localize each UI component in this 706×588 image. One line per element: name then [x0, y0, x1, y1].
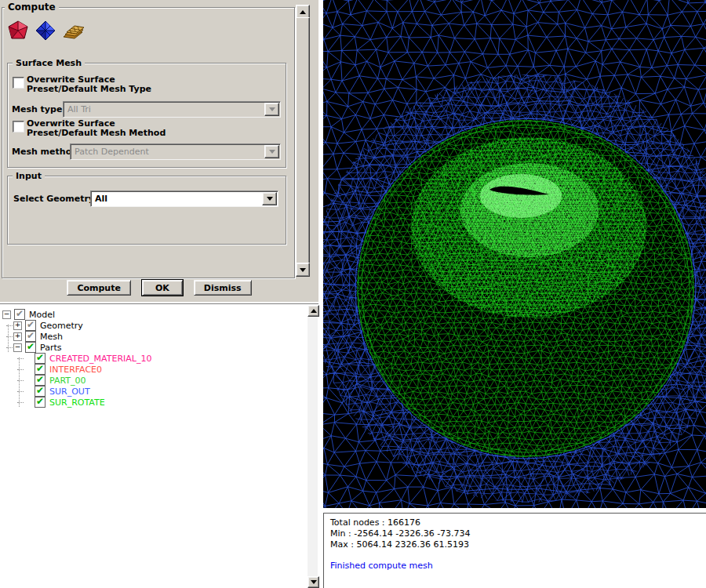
tree-scrollbar[interactable]: [308, 305, 318, 588]
collapse-icon[interactable]: −: [2, 310, 11, 319]
overwrite-mesh-method-checkbox[interactable]: [13, 121, 24, 132]
chevron-down-icon: [269, 150, 275, 154]
collapse-icon[interactable]: −: [13, 343, 22, 352]
prism-layer-mesh-icon[interactable]: [61, 19, 85, 42]
scrollbar-thumb[interactable]: [296, 17, 310, 266]
icem-window: Compute: [0, 0, 706, 588]
select-geometry-combo[interactable]: All: [90, 191, 278, 207]
tree-label[interactable]: SUR_OUT: [49, 387, 90, 397]
dismiss-button[interactable]: Dismiss: [194, 280, 252, 296]
tree-connector: [17, 402, 24, 403]
check-icon: ✔: [36, 365, 44, 372]
surface-mesh-group-title: Surface Mesh: [13, 58, 85, 68]
tree-checkbox[interactable]: ✔: [25, 331, 36, 342]
tree-checkbox[interactable]: ✔: [25, 342, 36, 353]
tree-item-created_material_10[interactable]: ✔CREATED_MATERIAL_10: [2, 353, 306, 364]
tree-label[interactable]: PART_00: [49, 376, 86, 386]
input-group-title: Input: [13, 171, 45, 181]
check-icon: ✔: [36, 354, 44, 361]
check-icon: ✔: [27, 343, 35, 350]
tree-label[interactable]: Model: [29, 310, 55, 320]
tree-connector: [17, 380, 24, 381]
tree-label[interactable]: SUR_ROTATE: [49, 397, 105, 408]
check-icon: ✔: [27, 321, 35, 328]
tree-connector: [17, 391, 24, 392]
model-tree-panel: −✔Model+✔Geometry+✔Mesh−✔Parts✔CREATED_M…: [0, 303, 318, 588]
check-icon: ✔: [16, 310, 24, 318]
expand-icon[interactable]: +: [13, 321, 22, 330]
mesh-type-combo: All Tri: [63, 101, 281, 118]
triangle-up-icon: [311, 309, 317, 313]
tree-item-interface0[interactable]: ✔INTERFACE0: [2, 364, 306, 375]
log-status: Finished compute mesh: [330, 561, 706, 572]
expand-icon[interactable]: +: [13, 332, 22, 341]
mesh-type-value: All Tri: [67, 104, 91, 114]
triangle-up-icon: [300, 10, 306, 14]
overwrite-mesh-type-checkbox[interactable]: [13, 77, 24, 89]
tetra-volume-mesh-icon[interactable]: [34, 19, 57, 42]
compute-panel-scrollbar[interactable]: [296, 5, 308, 277]
tree-connector: [6, 325, 13, 326]
surface-mesh-group: Surface Mesh Overwrite Surface Preset/De…: [7, 63, 286, 168]
chevron-down-icon: [267, 197, 273, 201]
mesh-method-combo: Patch Dependent: [70, 143, 281, 160]
overwrite-mesh-type-label: Overwrite Surface Preset/Default Mesh Ty…: [27, 75, 151, 94]
tree-checkbox[interactable]: ✔: [35, 353, 45, 364]
mesh-type-combo-arrow: [264, 103, 279, 116]
tree-connector: [6, 336, 13, 337]
tree-checkbox[interactable]: ✔: [35, 386, 45, 397]
tree-item-mesh[interactable]: +✔Mesh: [2, 331, 306, 342]
scroll-down-button[interactable]: [308, 576, 319, 588]
tree-item-model[interactable]: −✔Model: [2, 309, 306, 320]
tree-item-parts[interactable]: −✔Parts: [2, 342, 306, 353]
overwrite-mesh-method-line2: Preset/Default Mesh Method: [27, 128, 166, 138]
check-icon: ✔: [36, 376, 44, 383]
tree-label[interactable]: Geometry: [40, 321, 83, 331]
log-line: Min : -2564.14 -2326.36 -73.734: [330, 528, 706, 539]
tree-connector: [17, 358, 24, 359]
compute-button[interactable]: Compute: [67, 280, 131, 296]
tree-label[interactable]: Parts: [40, 343, 61, 353]
compute-panel: Compute: [0, 0, 318, 302]
select-geometry-value: All: [95, 194, 107, 204]
compute-panel-title: Compute: [5, 2, 59, 13]
tree-checkbox[interactable]: ✔: [25, 320, 36, 331]
model-tree: −✔Model+✔Geometry+✔Mesh−✔Parts✔CREATED_M…: [2, 309, 306, 408]
compute-button-row: Compute OK Dismiss: [0, 280, 318, 296]
scroll-up-button[interactable]: [308, 305, 319, 317]
tree-item-part_00[interactable]: ✔PART_00: [2, 375, 306, 386]
tree-checkbox[interactable]: ✔: [14, 309, 25, 320]
mesh-method-combo-arrow: [264, 145, 279, 158]
tree-item-geometry[interactable]: +✔Geometry: [2, 320, 306, 331]
log-line: Max : 5064.14 2326.36 61.5193: [330, 539, 706, 550]
overwrite-mesh-type-line2: Preset/Default Mesh Type: [27, 84, 151, 94]
tree-checkbox[interactable]: ✔: [35, 397, 45, 408]
ok-button[interactable]: OK: [142, 280, 183, 296]
mesh-type-label: Mesh type: [12, 104, 62, 114]
message-log: Total nodes : 166176Min : -2564.14 -2326…: [323, 513, 706, 588]
tree-label[interactable]: CREATED_MATERIAL_10: [49, 354, 151, 364]
select-geometry-combo-arrow[interactable]: [262, 192, 277, 205]
overwrite-mesh-method-label: Overwrite Surface Preset/Default Mesh Me…: [27, 119, 166, 138]
check-icon: ✔: [36, 387, 44, 394]
scroll-down-button[interactable]: [296, 263, 310, 277]
tree-item-sur_out[interactable]: ✔SUR_OUT: [2, 386, 306, 397]
tree-checkbox[interactable]: ✔: [35, 364, 45, 375]
tree-connector: [17, 369, 24, 370]
check-icon: ✔: [27, 332, 35, 339]
tri-surface-mesh-icon[interactable]: [6, 19, 30, 42]
tree-label[interactable]: INTERFACE0: [49, 365, 102, 375]
triangle-down-icon: [311, 580, 317, 584]
chevron-down-icon: [269, 107, 275, 111]
log-lines: Total nodes : 166176Min : -2564.14 -2326…: [330, 517, 706, 550]
compute-toolbar: [6, 19, 85, 42]
input-group: Input Select Geometry All: [7, 176, 286, 245]
check-icon: ✔: [36, 397, 44, 405]
tree-connector: [6, 347, 13, 348]
mesh-viewport[interactable]: [323, 0, 706, 508]
tree-item-sur_rotate[interactable]: ✔SUR_ROTATE: [2, 397, 306, 408]
tree-label[interactable]: Mesh: [40, 332, 63, 342]
triangle-down-icon: [300, 268, 306, 272]
select-geometry-label: Select Geometry: [13, 194, 94, 204]
tree-checkbox[interactable]: ✔: [35, 375, 45, 386]
